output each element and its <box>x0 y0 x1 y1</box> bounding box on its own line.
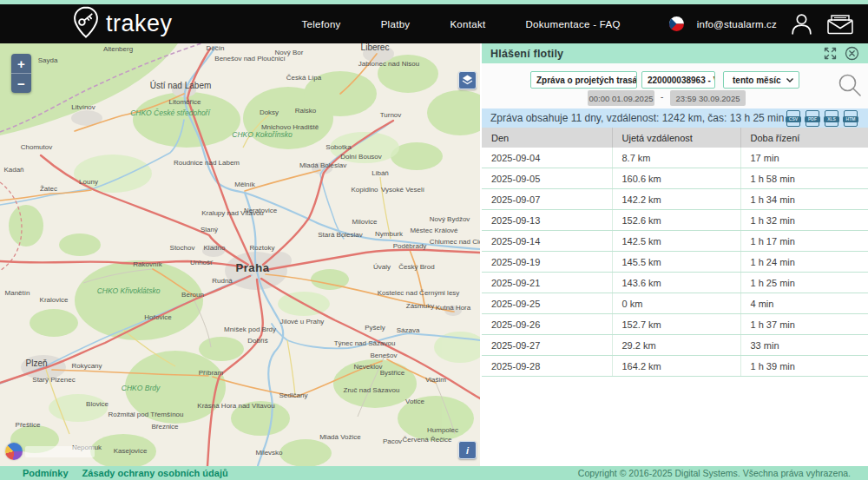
user-account-icon[interactable] <box>790 12 813 36</box>
table-cell: 2025-09-13 <box>482 210 612 231</box>
export-pdf-icon[interactable]: PDF <box>806 110 819 127</box>
map-label: Roztoky <box>250 244 275 252</box>
vehicle-select[interactable]: 220000038963 - V\ <box>641 71 715 89</box>
mail-envelope-icon[interactable] <box>826 14 854 35</box>
table-cell: 2025-09-28 <box>482 356 612 377</box>
date-range-separator: - <box>661 92 663 102</box>
map-provider-logo-icon[interactable] <box>5 443 23 460</box>
table-cell: 1 h 17 min <box>740 231 868 252</box>
footer-link[interactable]: Podmínky <box>23 468 69 478</box>
search-button[interactable] <box>837 72 863 102</box>
report-summary-bar: Zpráva obsahuje 11 dny, vzdálenost: 1242… <box>482 108 868 128</box>
footer-link[interactable]: Zásady ochrany osobních údajů <box>82 468 228 478</box>
table-cell: 2025-09-19 <box>482 252 612 273</box>
map-label: Kasejovice <box>114 447 148 455</box>
map-label: Nový Bydžov <box>430 215 470 223</box>
table-cell: 2025-09-07 <box>482 189 612 210</box>
table-cell: 1 h 32 min <box>740 210 868 231</box>
map-label: Mníšek pod Brdy <box>224 325 276 333</box>
period-select[interactable]: tento měsíc <box>723 71 799 89</box>
map-label: Kadaň <box>3 166 23 174</box>
nav-item-platby[interactable]: Platby <box>381 19 411 30</box>
czech-flag-icon[interactable] <box>669 16 684 31</box>
map-info-button[interactable]: i <box>458 441 477 459</box>
nav-item-kontakt[interactable]: Kontakt <box>450 19 485 30</box>
table-row: 2025-09-28164.2 km1 h 39 min <box>482 356 868 377</box>
report-table: DenUjetá vzdálenostDoba řízení 2025-09-0… <box>482 128 868 377</box>
map-label: Sedlčany <box>279 391 308 399</box>
table-header-row: DenUjetá vzdálenostDoba řízení <box>482 128 868 148</box>
close-icon[interactable] <box>845 46 859 61</box>
map-label: Liberec <box>361 43 390 52</box>
zoom-out-button[interactable]: − <box>11 74 31 93</box>
map-label: Březnice <box>151 423 179 431</box>
map-label: Úvaly <box>373 263 391 271</box>
map-label: Mnichovo Hradiště <box>261 123 319 131</box>
map-label: Neratovice <box>244 207 278 214</box>
map-label: Louny <box>79 178 98 186</box>
nav-item-dokumentace-faq[interactable]: Dokumentace - FAQ <box>526 19 621 30</box>
map-label: Votice <box>405 398 424 405</box>
map-label: Chomutov <box>21 143 52 151</box>
nav-item-telefony[interactable]: Telefony <box>301 19 340 30</box>
table-cell: 1 h 34 min <box>740 189 868 210</box>
app: trakey TelefonyPlatbyKontaktDokumentace … <box>0 0 868 480</box>
export-csv-icon[interactable]: CSV <box>786 110 800 127</box>
footer: PodmínkyZásady ochrany osobních údajů Co… <box>0 466 868 480</box>
map-label: Benešov <box>370 352 397 359</box>
map-label: CHKO Křivoklátsko <box>97 286 161 295</box>
report-filters: Zpráva o projetých trasách 220000038963 … <box>482 63 868 108</box>
date-to-field[interactable]: 23:59 30.09.2025 <box>670 90 746 106</box>
map-label: Žatec <box>40 185 57 193</box>
map-label: Jablonec nad Nisou <box>358 60 419 68</box>
map-label: Litvínov <box>71 103 95 111</box>
map-label: CHKO Brdy <box>122 384 161 392</box>
map-canvas[interactable]: AltenbergSaydaDěčínBenešov nad Ploučnicí… <box>0 43 480 466</box>
column-header: Doba řízení <box>740 128 868 148</box>
table-row: 2025-09-07142.2 km1 h 34 min <box>482 189 868 210</box>
map-label: Chlumec nad Cidlinou <box>430 238 480 246</box>
logo[interactable]: trakey <box>73 6 173 42</box>
table-cell: 1 h 58 min <box>740 168 868 189</box>
map-label: Týnec nad Sázavou <box>334 339 396 347</box>
table-cell: 1 h 25 min <box>740 273 868 293</box>
report-type-value: Zpráva o projetých trasách <box>536 76 637 85</box>
map-label: Doksy <box>260 108 279 116</box>
map-label: Milevsko <box>255 449 283 457</box>
map-label: Nový Bor <box>275 49 304 56</box>
report-type-select[interactable]: Zpráva o projetých trasách <box>530 71 637 89</box>
table-cell: 2025-09-27 <box>482 335 612 356</box>
table-row: 2025-09-19145.5 km1 h 24 min <box>482 252 868 273</box>
expand-fullscreen-icon[interactable] <box>824 47 837 60</box>
export-xls-icon[interactable]: XLS <box>825 110 838 127</box>
map-label: Kostelec nad Černými lesy <box>378 289 460 297</box>
map-zoom-control: + − <box>11 54 31 93</box>
map-label: Altenberg <box>103 45 133 53</box>
zoom-in-button[interactable]: + <box>11 54 31 74</box>
table-cell: 4 min <box>740 293 868 314</box>
map-label: Červená Řečice <box>403 436 452 444</box>
map-container[interactable]: AltenbergSaydaDěčínBenešov nad Ploučnicí… <box>0 43 482 466</box>
map-label: Stará Boleslav <box>318 231 363 239</box>
map-label: Sayda <box>38 56 58 64</box>
table-row: 2025-09-250 km4 min <box>482 293 868 314</box>
map-label: Turnov <box>380 111 402 119</box>
table-cell: 2025-09-21 <box>482 273 612 293</box>
chevron-down-icon <box>786 78 793 82</box>
nav-links: TelefonyPlatbyKontaktDokumentace - FAQ <box>301 19 620 30</box>
map-label: Neveklov <box>354 363 383 371</box>
map-layers-button[interactable] <box>458 71 477 89</box>
table-cell: 152.7 km <box>612 314 740 335</box>
table-cell: 2025-09-05 <box>482 168 612 189</box>
contact-email[interactable]: info@stualarm.cz <box>697 19 777 30</box>
date-from-field[interactable]: 00:00 01.09.2025 <box>588 90 654 106</box>
table-cell: 33 min <box>740 335 868 356</box>
map-label: Praha <box>235 261 269 274</box>
map-label: Ralsko <box>295 107 317 115</box>
map-label: Sobotka <box>326 143 352 151</box>
table-cell: 145.5 km <box>612 252 740 273</box>
footer-links: PodmínkyZásady ochrany osobních údajů <box>23 468 228 478</box>
panel-header: Hlášení flotily <box>482 43 868 63</box>
export-htm-icon[interactable]: HTM <box>844 110 858 127</box>
map-label: Roudnice nad Labem <box>174 159 240 167</box>
